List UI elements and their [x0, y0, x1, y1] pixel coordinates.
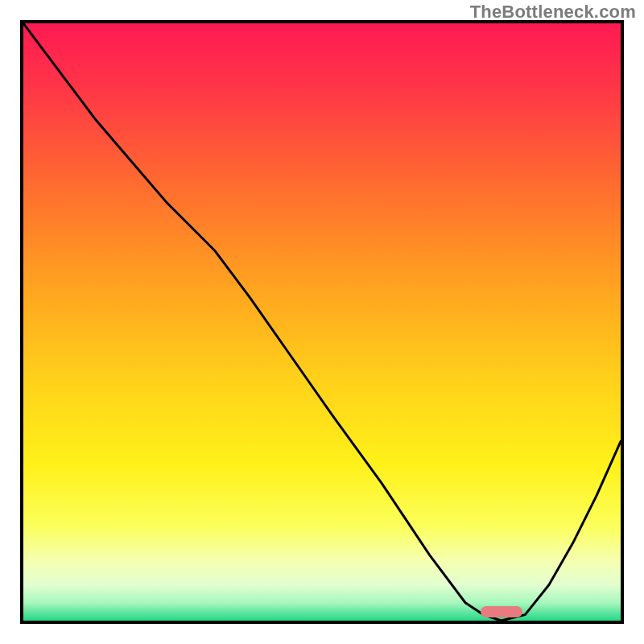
chart-container: TheBottleneck.com [0, 0, 644, 644]
plot-area [20, 20, 624, 624]
bottleneck-curve [23, 23, 621, 621]
optimal-marker [481, 606, 522, 617]
